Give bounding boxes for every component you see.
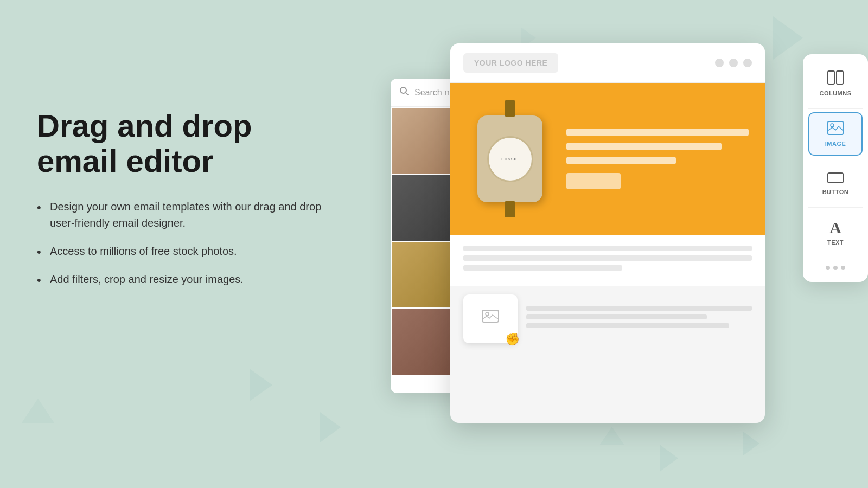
cursor-hand-icon: ✊ [505, 332, 520, 346]
watch-dial: FOSSIL [487, 136, 533, 182]
toolbar-item-button[interactable]: BUTTON [808, 163, 863, 204]
columns-label: COLUMNS [819, 90, 851, 97]
image-toolbar-icon [827, 121, 844, 137]
drop-zone-text-lines [526, 306, 752, 332]
main-heading: Drag and drop email editor [37, 108, 341, 179]
header-dots [715, 59, 752, 67]
toolbar-item-columns[interactable]: COLUMNS [808, 62, 863, 105]
triangle-3 [320, 412, 341, 442]
editor-header: YOUR LOGO HERE [450, 43, 765, 83]
hero-text-line-2 [566, 143, 722, 150]
logo-placeholder: YOUR LOGO HERE [463, 53, 558, 73]
list-item: Add filters, crop and resize your images… [37, 271, 341, 287]
svg-point-7 [831, 124, 834, 127]
toolbar-item-text[interactable]: A TEXT [808, 211, 863, 254]
header-dot-1 [715, 59, 724, 67]
toolbar-divider-2 [808, 159, 863, 159]
toolbar-more-dots[interactable] [808, 261, 863, 274]
feature-list: Design your own email templates with our… [37, 198, 341, 287]
hero-text-line-1 [566, 129, 749, 136]
content-line-3 [463, 265, 622, 271]
hero-text-placeholder [566, 129, 749, 189]
triangle-2 [250, 369, 272, 401]
drop-text-line-2 [526, 314, 707, 319]
image-placeholder-icon [482, 310, 499, 329]
toolbar-divider-4 [808, 258, 863, 258]
text-toolbar-icon: A [829, 220, 841, 236]
content-line-1 [463, 246, 752, 251]
svg-point-3 [486, 312, 489, 316]
toolbar-divider-1 [808, 108, 863, 109]
svg-rect-4 [828, 71, 834, 84]
email-editor-panel[interactable]: YOUR LOGO HERE FOSSIL [450, 43, 765, 423]
columns-icon [827, 70, 844, 87]
toolbar-divider-3 [808, 207, 863, 208]
drop-zone-section[interactable]: ✊ [450, 286, 765, 352]
header-dot-2 [729, 59, 738, 67]
content-section [450, 235, 765, 286]
hero-section: FOSSIL [450, 83, 765, 235]
svg-rect-8 [827, 173, 844, 183]
more-dot-2 [833, 266, 838, 270]
button-label: BUTTON [822, 189, 849, 195]
drop-text-line-3 [526, 323, 729, 328]
header-dot-3 [743, 59, 752, 67]
text-label: TEXT [827, 239, 844, 246]
hero-button-placeholder[interactable] [566, 173, 621, 189]
drop-text-line-1 [526, 306, 752, 311]
left-content-area: Drag and drop email editor Design your o… [37, 108, 341, 299]
hero-text-line-3 [566, 157, 676, 164]
toolbar-item-image[interactable]: IMAGE [808, 112, 863, 156]
watch-image: FOSSIL [467, 105, 553, 213]
more-dot-1 [826, 266, 830, 270]
svg-rect-2 [482, 310, 499, 322]
search-icon [399, 86, 409, 99]
image-drop-zone[interactable]: ✊ [463, 294, 518, 343]
content-line-2 [463, 255, 752, 261]
image-label: IMAGE [825, 140, 846, 147]
list-item: Design your own email templates with our… [37, 198, 341, 231]
button-toolbar-icon [827, 171, 844, 185]
watch-face: FOSSIL [477, 115, 542, 202]
list-item: Access to millions of free stock photos. [37, 243, 341, 259]
svg-rect-5 [837, 71, 843, 84]
more-dot-3 [841, 266, 845, 270]
svg-line-1 [406, 93, 409, 95]
ui-mockup: Search millions of images YOUR LOGO HERE [391, 43, 868, 455]
triangle-7 [22, 399, 54, 423]
element-toolbar[interactable]: COLUMNS IMAGE BUTTON [803, 54, 868, 282]
